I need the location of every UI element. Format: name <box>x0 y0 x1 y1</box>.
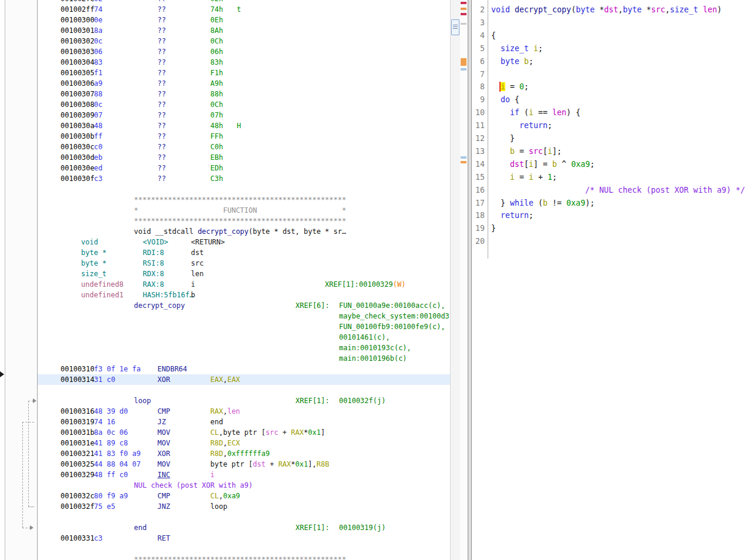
listing-row[interactable]: 0010030788??88h <box>38 89 450 99</box>
value-field[interactable]: C0h <box>210 142 223 152</box>
token-kw[interactable]: while <box>510 199 533 207</box>
decompiler-line[interactable]: if (i == len) { <box>488 106 752 119</box>
undefined-data-field[interactable]: ?? <box>157 173 166 184</box>
token-param[interactable]: len <box>552 108 566 117</box>
token-hi[interactable]: i <box>501 82 505 91</box>
ascii-field[interactable]: t <box>237 4 241 15</box>
token-cmt[interactable]: /* NUL check (post XOR with a9) */ <box>585 186 745 195</box>
decompiler-line[interactable]: return; <box>488 209 752 222</box>
xref-field[interactable]: FUN_00100a9e:00100acc(c), <box>339 300 445 311</box>
listing-row[interactable] <box>38 184 450 195</box>
marker-tick[interactable] <box>461 23 466 25</box>
bytes-field[interactable]: 48 <box>94 120 102 131</box>
operands-field[interactable]: EAX,EAX <box>210 374 240 385</box>
var-name-field[interactable]: b <box>191 290 195 300</box>
xref-field[interactable]: 0010032f(j) <box>339 395 385 406</box>
listing-row[interactable]: 0010031974 16JZend <box>38 417 450 427</box>
operands-field[interactable]: end <box>210 417 223 427</box>
token-reg[interactable]: R8B <box>317 460 330 468</box>
address-field[interactable]: 00100331 <box>61 533 95 544</box>
token-num[interactable]: 0xffffffa9 <box>227 450 270 458</box>
mnemonic-field[interactable]: JZ <box>157 417 166 427</box>
mnemonic-field[interactable]: MOV <box>157 459 170 470</box>
token-pln[interactable]: { <box>510 95 519 104</box>
token-reg[interactable]: RAX <box>210 407 223 415</box>
token-var[interactable]: src <box>266 428 278 437</box>
token-pln[interactable] <box>529 44 533 53</box>
undefined-data-field[interactable]: ?? <box>157 89 166 99</box>
token-pln[interactable]: } <box>510 134 515 143</box>
var-storage-field[interactable]: RDI:8 <box>143 247 164 258</box>
token-pln[interactable]: + <box>533 173 548 182</box>
decompiler-line[interactable]: { <box>488 29 752 42</box>
token-xv[interactable]: 0010032f(j) <box>339 397 385 405</box>
var-storage-field[interactable]: <VOID> <box>143 237 168 247</box>
token-local[interactable]: b <box>552 160 557 169</box>
token-pln[interactable]: ^ <box>557 160 571 169</box>
token-reg[interactable]: RAX <box>291 428 304 437</box>
token-reg[interactable]: RAX <box>278 460 291 468</box>
token-var[interactable]: i <box>210 471 214 479</box>
value-field[interactable]: FFh <box>210 131 223 142</box>
listing-row[interactable]: * FUNCTION * <box>38 205 450 216</box>
var-storage-field[interactable]: RDX:8 <box>143 269 164 279</box>
token-pln[interactable]: byte ptr [ <box>223 428 266 437</box>
mnemonic-field[interactable]: MOV <box>157 438 170 448</box>
bytes-field[interactable]: 06 <box>94 46 102 57</box>
bytes-field[interactable]: 02 <box>94 0 102 4</box>
marker-tick[interactable] <box>461 68 466 71</box>
token-kw[interactable]: return <box>519 121 548 130</box>
token-var[interactable]: dst <box>253 460 266 468</box>
bytes-field[interactable]: ff <box>94 131 102 142</box>
token-pln[interactable]: , <box>223 450 227 458</box>
token-num[interactable]: 0x1 <box>296 460 308 468</box>
panel-divider[interactable] <box>468 0 472 560</box>
bytes-field[interactable]: f1 <box>94 68 102 78</box>
address-field[interactable]: 00100325 <box>61 459 95 470</box>
token-pln[interactable]: * <box>595 5 604 14</box>
bytes-field[interactable]: 31 c0 <box>94 374 115 385</box>
mnemonic-field[interactable]: XOR <box>157 374 170 385</box>
listing-row[interactable]: size_tRDX:8len <box>38 269 450 279</box>
var-type-field[interactable]: byte * <box>81 247 106 258</box>
address-field[interactable]: 00100310 <box>61 364 95 374</box>
address-field[interactable]: 00100300 <box>61 15 95 25</box>
listing-row[interactable]: 00100306a9??A9h <box>38 78 450 89</box>
listing-row[interactable]: 00100305f1??F1h <box>38 68 450 78</box>
address-field[interactable]: 0010030d <box>61 152 95 163</box>
listing-scrollbar-thumb[interactable] <box>451 19 459 35</box>
bytes-field[interactable]: 07 <box>94 110 102 120</box>
token-pln[interactable]: ], <box>308 460 316 468</box>
bytes-field[interactable]: 74 <box>94 4 102 15</box>
token-pln[interactable]: ] <box>321 428 325 437</box>
token-pln[interactable]: ) { <box>566 108 580 117</box>
bytes-field[interactable]: c0 <box>94 142 102 152</box>
mnemonic-field[interactable]: CMP <box>157 406 170 417</box>
value-field[interactable]: 83h <box>210 57 223 68</box>
undefined-data-field[interactable]: ?? <box>157 152 166 163</box>
listing-row[interactable]: 0010030eed??EDh <box>38 163 450 173</box>
var-type-field[interactable]: undefined8 <box>81 279 123 290</box>
token-pln[interactable]: * <box>642 5 651 14</box>
var-storage-field[interactable]: HASH:5fb16f… <box>143 290 194 300</box>
bytes-field[interactable]: ed <box>94 163 102 173</box>
token-pln[interactable]: + <box>278 428 291 437</box>
decompiler-line[interactable]: } <box>488 132 752 145</box>
bytes-field[interactable]: 48 ff c0 <box>94 470 128 480</box>
mnemonic-field[interactable]: RET <box>157 533 170 544</box>
address-field[interactable]: 0010032f <box>61 501 95 512</box>
address-field[interactable]: 0010031e <box>61 438 95 448</box>
listing-row[interactable]: 0010032f75 e5JNZloop <box>38 501 450 512</box>
listing-row[interactable]: undefined1HASH:5fb16f…b <box>38 290 450 300</box>
marker-tick[interactable] <box>461 2 466 4</box>
token-pln[interactable]: ; <box>590 160 595 169</box>
listing-row[interactable]: 0010031e41 89 c8MOVR8D,ECX <box>38 438 450 448</box>
token-local[interactable]: i <box>548 147 552 156</box>
token-num[interactable]: 1 <box>548 173 552 182</box>
bytes-field[interactable]: 48 39 d0 <box>94 406 128 417</box>
decompiler-line[interactable]: i = 0; <box>488 81 752 93</box>
bytes-field[interactable]: 83 <box>94 57 102 68</box>
token-local[interactable]: i <box>533 44 538 53</box>
token-pln[interactable]: ; <box>524 82 529 91</box>
xref-field[interactable]: 00100329(W) <box>359 279 405 290</box>
